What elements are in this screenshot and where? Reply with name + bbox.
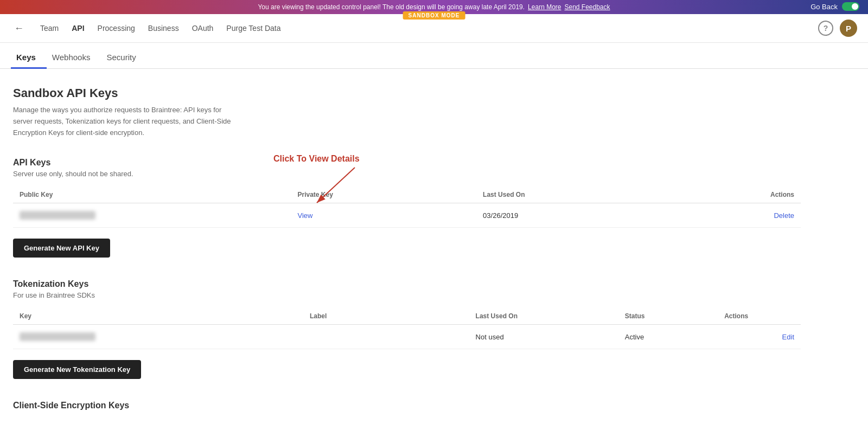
- tokenization-keys-desc: For use in Braintree SDKs: [13, 291, 801, 299]
- tok-col-status-header: Status: [618, 308, 718, 325]
- nav-item-purge[interactable]: Purge Test Data: [226, 24, 280, 33]
- col-header-actions: Actions: [662, 187, 801, 203]
- go-back-area: Go Back: [810, 2, 859, 11]
- col-header-private-key: Private Key: [291, 187, 476, 203]
- tab-keys[interactable]: Keys: [11, 47, 47, 69]
- tok-col-key-header: Key: [13, 308, 303, 325]
- cse-section: Client-Side Encryption Keys: [13, 401, 801, 410]
- col-header-last-used: Last Used On: [476, 187, 662, 203]
- api-keys-desc: Server use only, should not be shared.: [13, 170, 801, 178]
- top-banner: You are viewing the updated control pane…: [0, 0, 868, 14]
- table-row: View 03/26/2019 Delete: [13, 203, 801, 228]
- tok-label-cell: [303, 325, 469, 349]
- nav-item-business[interactable]: Business: [148, 24, 179, 33]
- tok-col-actions-header: Actions: [718, 308, 801, 325]
- tab-webhooks[interactable]: Webhooks: [47, 47, 101, 69]
- last-used-cell: 03/26/2019: [476, 203, 662, 228]
- avatar: P: [840, 20, 857, 37]
- tok-key-blurred: [20, 332, 95, 341]
- tok-col-label-header: Label: [303, 308, 469, 325]
- tok-lastused-cell: Not used: [469, 325, 618, 349]
- tok-col-lastused-header: Last Used On: [469, 308, 618, 325]
- go-back-label: Go Back: [810, 3, 838, 11]
- generate-tokenization-key-button[interactable]: Generate New Tokenization Key: [13, 360, 141, 379]
- cse-title: Client-Side Encryption Keys: [13, 401, 801, 410]
- api-keys-table: Public Key Private Key Last Used On Acti…: [13, 187, 801, 228]
- go-back-toggle[interactable]: [842, 2, 859, 11]
- learn-more-link[interactable]: Learn More: [528, 3, 561, 11]
- api-keys-title: API Keys: [13, 158, 801, 168]
- private-key-cell: View: [291, 203, 476, 228]
- send-feedback-link[interactable]: Send Feedback: [564, 3, 610, 11]
- table-row: Not used Active Edit: [13, 325, 801, 349]
- edit-tok-key-link[interactable]: Edit: [782, 333, 794, 341]
- api-keys-section: API Keys Server use only, should not be …: [13, 158, 801, 279]
- nav-right: ? P: [818, 20, 857, 37]
- nav-item-processing[interactable]: Processing: [98, 24, 135, 33]
- tokenization-keys-table: Key Label Last Used On Status Actions No…: [13, 308, 801, 349]
- tab-bar: Keys Webhooks Security: [0, 47, 868, 69]
- help-button[interactable]: ?: [818, 21, 833, 36]
- nav-item-api[interactable]: API: [72, 24, 84, 33]
- banner-message: You are viewing the updated control pane…: [258, 3, 525, 11]
- back-button[interactable]: ←: [11, 22, 27, 35]
- main-content: Sandbox API Keys Manage the ways you aut…: [0, 69, 814, 430]
- tokenization-keys-section: Tokenization Keys For use in Braintree S…: [13, 279, 801, 401]
- col-header-public-key: Public Key: [13, 187, 291, 203]
- public-key-blurred: [20, 211, 95, 220]
- nav-links: Team API Processing Business OAuth Purge…: [40, 24, 281, 33]
- view-private-key-link[interactable]: View: [297, 211, 312, 220]
- public-key-cell: [13, 203, 291, 228]
- tok-actions-cell: Edit: [718, 325, 801, 349]
- tok-status-cell: Active: [618, 325, 718, 349]
- tok-key-cell: [13, 325, 303, 349]
- page-description: Manage the ways you authorize requests t…: [13, 105, 241, 138]
- tokenization-keys-title: Tokenization Keys: [13, 279, 801, 289]
- sandbox-badge: SANDBOX MODE: [403, 11, 465, 20]
- page-title: Sandbox API Keys: [13, 86, 801, 100]
- nav-item-team[interactable]: Team: [40, 24, 59, 33]
- nav-item-oauth[interactable]: OAuth: [192, 24, 214, 33]
- actions-cell: Delete: [662, 203, 801, 228]
- tab-security[interactable]: Security: [101, 47, 146, 69]
- generate-api-key-button[interactable]: Generate New API Key: [13, 239, 110, 258]
- delete-key-link[interactable]: Delete: [774, 211, 794, 220]
